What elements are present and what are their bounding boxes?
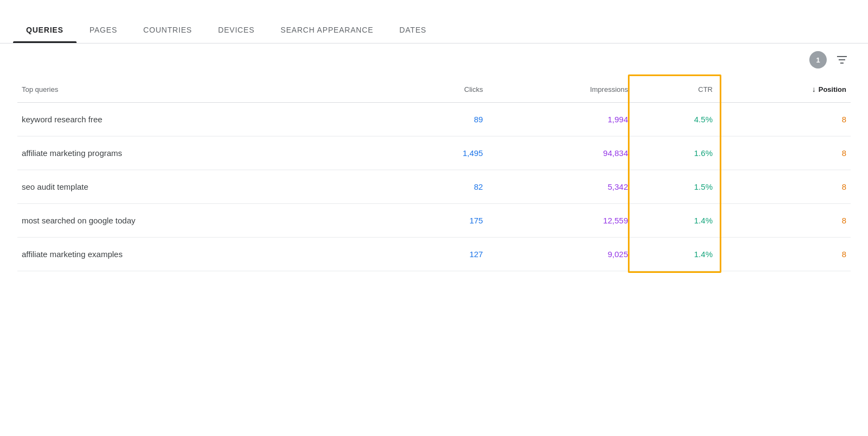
tab-pages[interactable]: PAGES xyxy=(77,26,130,43)
col-header-clicks: Clicks xyxy=(397,76,487,103)
cell-ctr: 1.5% xyxy=(632,170,717,204)
cell-impressions: 12,559 xyxy=(487,204,632,238)
filter-count-badge[interactable]: 1 xyxy=(809,51,827,68)
filter-icon-button[interactable] xyxy=(833,51,851,68)
cell-ctr: 1.4% xyxy=(632,204,717,238)
queries-table: Top queries Clicks Impressions CTR ↓ Pos… xyxy=(17,76,851,271)
cell-position: 8 xyxy=(717,170,851,204)
cell-impressions: 1,994 xyxy=(487,103,632,136)
tab-queries[interactable]: QUERIES xyxy=(13,26,77,43)
cell-query: affiliate marketing programs xyxy=(17,136,397,170)
cell-impressions: 5,342 xyxy=(487,170,632,204)
table-row[interactable]: affiliate marketing programs 1,495 94,83… xyxy=(17,136,851,170)
table-body: keyword research free 89 1,994 4.5% 8 af… xyxy=(17,103,851,271)
cell-query: affiliate marketing examples xyxy=(17,238,397,271)
col-header-ctr: CTR xyxy=(632,76,717,103)
col-header-impressions: Impressions xyxy=(487,76,632,103)
table-row[interactable]: seo audit template 82 5,342 1.5% 8 xyxy=(17,170,851,204)
cell-clicks: 175 xyxy=(397,204,487,238)
tab-devices[interactable]: DEVICES xyxy=(205,26,267,43)
col-header-position[interactable]: ↓ Position xyxy=(717,76,851,103)
sort-down-arrow: ↓ xyxy=(812,85,816,94)
table-row[interactable]: most searched on google today 175 12,559… xyxy=(17,204,851,238)
tab-dates[interactable]: DATES xyxy=(386,26,439,43)
cell-clicks: 1,495 xyxy=(397,136,487,170)
cell-position: 8 xyxy=(717,238,851,271)
cell-clicks: 127 xyxy=(397,238,487,271)
cell-clicks: 89 xyxy=(397,103,487,136)
cell-position: 8 xyxy=(717,136,851,170)
cell-impressions: 94,834 xyxy=(487,136,632,170)
cell-ctr: 4.5% xyxy=(632,103,717,136)
col-header-query: Top queries xyxy=(17,76,397,103)
cell-query: most searched on google today xyxy=(17,204,397,238)
filter-icon xyxy=(835,53,848,66)
cell-ctr: 1.6% xyxy=(632,136,717,170)
tab-countries[interactable]: COUNTRIES xyxy=(130,26,205,43)
cell-position: 8 xyxy=(717,204,851,238)
toolbar: 1 xyxy=(0,43,868,76)
cell-query: seo audit template xyxy=(17,170,397,204)
cell-impressions: 9,025 xyxy=(487,238,632,271)
table-header-row: Top queries Clicks Impressions CTR ↓ Pos… xyxy=(17,76,851,103)
table-row[interactable]: affiliate marketing examples 127 9,025 1… xyxy=(17,238,851,271)
cell-query: keyword research free xyxy=(17,103,397,136)
tab-search-appearance[interactable]: SEARCH APPEARANCE xyxy=(268,26,387,43)
tabs-nav: QUERIES PAGES COUNTRIES DEVICES SEARCH A… xyxy=(0,0,868,43)
cell-position: 8 xyxy=(717,103,851,136)
data-table-container: Top queries Clicks Impressions CTR ↓ Pos… xyxy=(0,76,868,271)
table-row[interactable]: keyword research free 89 1,994 4.5% 8 xyxy=(17,103,851,136)
cell-clicks: 82 xyxy=(397,170,487,204)
cell-ctr: 1.4% xyxy=(632,238,717,271)
